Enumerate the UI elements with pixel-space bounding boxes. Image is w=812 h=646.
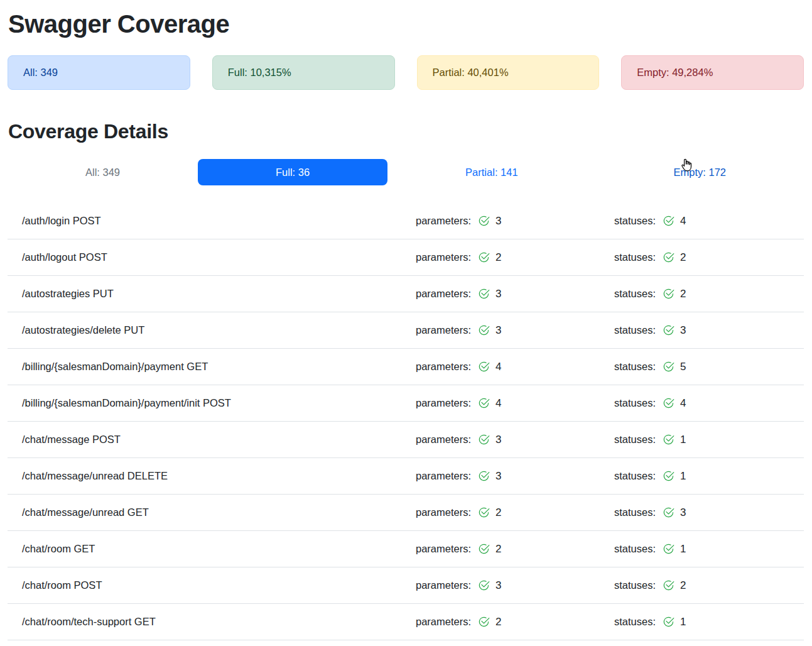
check-circle-icon xyxy=(478,579,490,591)
parameters-count: 3 xyxy=(495,434,501,446)
parameters-count: 3 xyxy=(495,324,501,337)
endpoint-path: /autostrategies PUT xyxy=(22,288,416,300)
statuses-count: 1 xyxy=(680,470,686,483)
endpoint-path: /chat/room/tech-support GET xyxy=(22,616,416,628)
statuses-count: 3 xyxy=(680,506,686,519)
endpoint-row[interactable]: /chat/room POST parameters: 3 statuses: … xyxy=(8,567,804,604)
parameters-cell: parameters: 3 xyxy=(416,324,614,337)
endpoint-row[interactable]: /chat/room/tech-support GET parameters: … xyxy=(8,604,804,640)
summary-card-full-label: Full: 10,315% xyxy=(228,67,291,79)
tab-full[interactable]: Full: 36 xyxy=(198,159,387,185)
check-circle-icon xyxy=(478,470,490,482)
page-title: Swagger Coverage xyxy=(8,9,804,39)
statuses-label: statuses: xyxy=(614,215,656,227)
statuses-label: statuses: xyxy=(614,506,656,518)
parameters-count: 2 xyxy=(495,616,501,628)
endpoint-row[interactable]: /chat/message/unread DELETE parameters: … xyxy=(8,458,804,495)
check-circle-icon xyxy=(663,215,674,227)
parameters-count: 3 xyxy=(495,288,501,300)
parameters-label: parameters: xyxy=(416,616,471,628)
endpoint-path: /auth/logout POST xyxy=(22,251,416,263)
tab-empty[interactable]: Empty: 172 xyxy=(596,159,804,185)
statuses-label: statuses: xyxy=(614,543,656,555)
parameters-cell: parameters: 2 xyxy=(416,616,614,628)
statuses-cell: statuses: 1 xyxy=(614,616,804,628)
parameters-cell: parameters: 3 xyxy=(416,215,614,227)
summary-cards: All: 349 Full: 10,315% Partial: 40,401% … xyxy=(8,55,804,90)
parameters-cell: parameters: 2 xyxy=(416,506,614,519)
check-circle-icon xyxy=(663,324,674,336)
statuses-label: statuses: xyxy=(614,397,656,409)
check-circle-icon xyxy=(478,543,490,555)
summary-card-full: Full: 10,315% xyxy=(212,55,395,90)
check-circle-icon xyxy=(663,434,674,446)
endpoint-row[interactable]: /auth/logout POST parameters: 2 statuses… xyxy=(8,239,804,276)
check-circle-icon xyxy=(478,434,490,446)
parameters-label: parameters: xyxy=(416,543,471,555)
endpoint-row[interactable]: /autostrategies PUT parameters: 3 status… xyxy=(8,276,804,312)
statuses-cell: statuses: 4 xyxy=(614,397,804,410)
parameters-cell: parameters: 3 xyxy=(416,288,614,300)
statuses-cell: statuses: 2 xyxy=(614,288,804,300)
endpoint-row[interactable]: /billing/{salesmanDomain}/payment/init P… xyxy=(8,385,804,422)
statuses-count: 1 xyxy=(680,616,686,628)
statuses-cell: statuses: 5 xyxy=(614,361,804,373)
endpoint-row[interactable]: /autostrategies/delete PUT parameters: 3… xyxy=(8,312,804,349)
parameters-cell: parameters: 3 xyxy=(416,579,614,592)
check-circle-icon xyxy=(478,251,490,263)
tab-all[interactable]: All: 349 xyxy=(8,159,198,185)
parameters-cell: parameters: 2 xyxy=(416,543,614,556)
parameters-label: parameters: xyxy=(416,251,471,263)
statuses-count: 1 xyxy=(680,543,686,556)
statuses-count: 4 xyxy=(680,215,686,227)
parameters-cell: parameters: 4 xyxy=(416,397,614,410)
endpoint-row[interactable]: /auth/login POST parameters: 3 statuses:… xyxy=(8,203,804,239)
check-circle-icon xyxy=(663,397,674,409)
statuses-label: statuses: xyxy=(614,361,656,373)
check-circle-icon xyxy=(663,251,674,263)
summary-card-all-label: All: 349 xyxy=(23,67,58,79)
statuses-cell: statuses: 1 xyxy=(614,543,804,556)
statuses-label: statuses: xyxy=(614,434,656,446)
endpoint-row[interactable]: /chat/message POST parameters: 3 statuse… xyxy=(8,422,804,458)
coverage-details-title: Coverage Details xyxy=(8,119,804,143)
endpoint-row[interactable]: /billing/{salesmanDomain}/payment GET pa… xyxy=(8,349,804,385)
check-circle-icon xyxy=(663,361,674,373)
summary-card-empty-label: Empty: 49,284% xyxy=(637,67,713,79)
tab-partial[interactable]: Partial: 141 xyxy=(387,159,595,185)
statuses-count: 5 xyxy=(680,361,686,373)
endpoint-row[interactable]: /chat/room GET parameters: 2 statuses: 1 xyxy=(8,531,804,567)
parameters-count: 3 xyxy=(495,579,501,592)
parameters-label: parameters: xyxy=(416,397,471,409)
check-circle-icon xyxy=(663,616,674,628)
statuses-count: 1 xyxy=(680,434,686,446)
statuses-cell: statuses: 4 xyxy=(614,215,804,227)
endpoint-path: /chat/message/unread DELETE xyxy=(22,470,416,482)
statuses-count: 3 xyxy=(680,324,686,337)
parameters-label: parameters: xyxy=(416,470,471,482)
statuses-count: 4 xyxy=(680,397,686,410)
endpoint-path: /autostrategies/delete PUT xyxy=(22,324,416,336)
statuses-label: statuses: xyxy=(614,470,656,482)
summary-card-all: All: 349 xyxy=(8,55,190,90)
check-circle-icon xyxy=(478,397,490,409)
parameters-cell: parameters: 3 xyxy=(416,470,614,483)
parameters-label: parameters: xyxy=(416,579,471,591)
endpoint-path: /billing/{salesmanDomain}/payment GET xyxy=(22,361,416,373)
statuses-count: 2 xyxy=(680,251,686,264)
parameters-count: 4 xyxy=(495,361,501,373)
statuses-label: statuses: xyxy=(614,324,656,336)
parameters-label: parameters: xyxy=(416,506,471,518)
page-container: Swagger Coverage All: 349 Full: 10,315% … xyxy=(0,0,812,640)
summary-card-partial-label: Partial: 40,401% xyxy=(433,67,509,79)
check-circle-icon xyxy=(478,616,490,628)
endpoint-path: /auth/login POST xyxy=(22,215,416,227)
parameters-count: 2 xyxy=(495,506,501,519)
endpoint-path: /chat/room POST xyxy=(22,579,416,591)
statuses-cell: statuses: 3 xyxy=(614,506,804,519)
statuses-label: statuses: xyxy=(614,579,656,591)
check-circle-icon xyxy=(663,543,674,555)
check-circle-icon xyxy=(478,361,490,373)
endpoint-row[interactable]: /chat/message/unread GET parameters: 2 s… xyxy=(8,495,804,531)
endpoint-path: /chat/message POST xyxy=(22,434,416,446)
